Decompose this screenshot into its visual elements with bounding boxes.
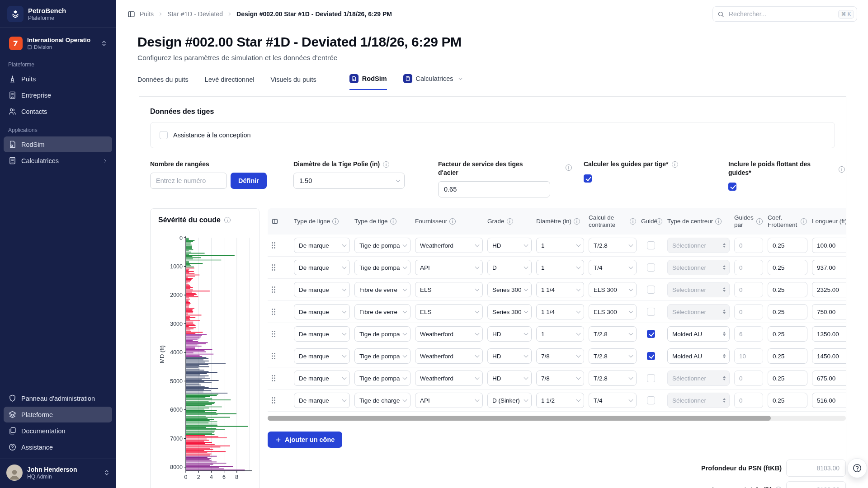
info-icon[interactable]: i xyxy=(449,218,456,225)
rod-type-select[interactable]: Tige de pompage xyxy=(354,238,410,253)
friction-coef-input[interactable]: 0.25 xyxy=(768,348,807,364)
polished-rod-select[interactable]: 1.50 xyxy=(293,173,405,189)
float-weight-checkbox[interactable] xyxy=(728,183,736,191)
info-icon[interactable]: i xyxy=(672,161,678,168)
stress-calc-select[interactable]: T/4 xyxy=(589,393,637,408)
length-input[interactable]: 1350.00 xyxy=(812,326,846,342)
tab-donnees-du-puits[interactable]: Données du puits xyxy=(137,76,189,90)
columns-icon[interactable] xyxy=(271,218,289,225)
info-icon[interactable]: i xyxy=(390,218,396,225)
vendor-select[interactable]: API xyxy=(415,260,483,275)
stress-calc-select[interactable]: ELS 300 xyxy=(589,304,637,319)
line-type-select[interactable]: De marque xyxy=(294,304,350,319)
length-input[interactable]: 937.00 xyxy=(812,260,846,275)
drag-handle-icon[interactable] xyxy=(271,375,278,382)
sidebar-item-entreprise[interactable]: Entreprise xyxy=(4,87,112,103)
stress-calc-select[interactable]: T/2.8 xyxy=(589,238,637,253)
drag-handle-icon[interactable] xyxy=(271,352,278,360)
friction-coef-input[interactable]: 0.25 xyxy=(768,260,807,275)
service-factor-input[interactable] xyxy=(438,181,550,197)
calc-guides-checkbox[interactable] xyxy=(584,174,592,183)
vendor-select[interactable]: ELS xyxy=(415,282,483,297)
breadcrumb-puits[interactable]: Puits xyxy=(140,10,154,18)
search-box[interactable]: ⌘ K xyxy=(712,6,857,22)
vendor-select[interactable]: Weatherford xyxy=(415,371,483,386)
rod-type-select[interactable]: Tige de charge xyxy=(354,393,410,408)
diameter-select[interactable]: 1 xyxy=(536,326,584,342)
sidebar-item-calculatrices[interactable]: Calculatrices xyxy=(4,153,112,169)
tab-calculatrices[interactable]: Calculatrices xyxy=(403,74,463,90)
stress-calc-select[interactable]: T/2.8 xyxy=(589,371,637,386)
rod-type-select[interactable]: Fibre de verre xyxy=(354,304,410,319)
rod-type-select[interactable]: Fibre de verre xyxy=(354,282,410,297)
centralizer-select[interactable]: Sélectionner xyxy=(667,393,730,408)
line-type-select[interactable]: De marque xyxy=(294,282,350,297)
centralizer-select[interactable]: Molded AU xyxy=(667,348,730,364)
grade-select[interactable]: HD xyxy=(487,326,532,342)
length-input[interactable]: 1450.00 xyxy=(812,348,846,364)
set-rows-button[interactable]: Définir xyxy=(231,173,267,189)
line-type-select[interactable]: De marque xyxy=(294,260,350,275)
sidebar-item-puits[interactable]: Puits xyxy=(4,71,112,87)
rod-type-select[interactable]: Tige de pompage xyxy=(354,371,410,386)
user-menu[interactable]: John Henderson HQ Admin xyxy=(0,459,116,486)
grade-select[interactable]: D xyxy=(487,260,532,275)
sidebar-item-rodsim[interactable]: RodSim xyxy=(4,136,112,152)
info-icon[interactable]: i xyxy=(656,218,662,225)
info-icon[interactable]: i xyxy=(715,218,722,225)
drag-handle-icon[interactable] xyxy=(271,286,278,293)
rod-type-select[interactable]: Tige de pompage xyxy=(354,260,410,275)
info-icon[interactable]: i xyxy=(801,218,807,225)
vendor-select[interactable]: API xyxy=(415,393,483,408)
line-type-select[interactable]: De marque xyxy=(294,393,350,408)
stress-calc-select[interactable]: ELS 300 xyxy=(589,282,637,297)
info-icon[interactable]: i xyxy=(839,166,845,173)
diameter-select[interactable]: 1 1/4 xyxy=(536,304,584,319)
centralizer-select[interactable]: Molded AU xyxy=(667,326,730,342)
friction-coef-input[interactable]: 0.25 xyxy=(768,282,807,297)
guided-checkbox[interactable] xyxy=(647,330,655,338)
tab-rodsim[interactable]: RodSim xyxy=(349,74,387,90)
guides-per-input[interactable]: 0 xyxy=(734,393,763,408)
grade-select[interactable]: HD xyxy=(487,238,532,253)
horizontal-scrollbar-thumb[interactable] xyxy=(268,416,771,421)
centralizer-select[interactable]: Sélectionner xyxy=(667,238,730,253)
help-button[interactable] xyxy=(847,458,867,478)
diameter-select[interactable]: 1 xyxy=(536,260,584,275)
stress-calc-select[interactable]: T/2.8 xyxy=(589,348,637,364)
vendor-select[interactable]: ELS xyxy=(415,304,483,319)
length-input[interactable]: 516.00 xyxy=(812,393,846,408)
line-type-select[interactable]: De marque xyxy=(294,238,350,253)
sidebar-item-assistance[interactable]: Assistance xyxy=(4,439,112,455)
diameter-select[interactable]: 7/8 xyxy=(536,348,584,364)
guided-checkbox[interactable] xyxy=(647,396,655,404)
drag-handle-icon[interactable] xyxy=(271,308,278,315)
rod-type-select[interactable]: Tige de pompage xyxy=(354,348,410,364)
diameter-select[interactable]: 7/8 xyxy=(536,371,584,386)
diameter-select[interactable]: 1 1/4 xyxy=(536,282,584,297)
sidebar-item-documentation[interactable]: Documentation xyxy=(4,423,112,439)
centralizer-select[interactable]: Sélectionner xyxy=(667,260,730,275)
stress-calc-select[interactable]: T/2.8 xyxy=(589,326,637,342)
tab-leve-directionnel[interactable]: Levé directionnel xyxy=(205,76,255,90)
drag-handle-icon[interactable] xyxy=(271,330,278,338)
friction-coef-input[interactable]: 0.25 xyxy=(768,326,807,342)
grade-select[interactable]: HD xyxy=(487,371,532,386)
drag-handle-icon[interactable] xyxy=(271,264,278,271)
friction-coef-input[interactable]: 0.25 xyxy=(768,238,807,253)
breadcrumb-well[interactable]: Star #1D - Deviated xyxy=(167,10,223,18)
vendor-select[interactable]: Weatherford xyxy=(415,238,483,253)
info-icon[interactable]: i xyxy=(332,218,339,225)
centralizer-select[interactable]: Sélectionner xyxy=(667,371,730,386)
info-icon[interactable]: i xyxy=(630,218,636,225)
design-assistance-checkbox[interactable] xyxy=(160,131,168,139)
sidebar-item-panneau-d-administration[interactable]: Panneau d'administration xyxy=(4,390,112,406)
centralizer-select[interactable]: Sélectionner xyxy=(667,304,730,319)
info-icon[interactable]: i xyxy=(224,217,231,223)
length-input[interactable]: 675.00 xyxy=(812,371,846,386)
info-icon[interactable]: i xyxy=(574,218,580,225)
guided-checkbox[interactable] xyxy=(647,352,655,360)
panel-left-icon[interactable] xyxy=(127,10,135,18)
grade-select[interactable]: HD xyxy=(487,348,532,364)
guides-per-input[interactable]: 0 xyxy=(734,282,763,297)
